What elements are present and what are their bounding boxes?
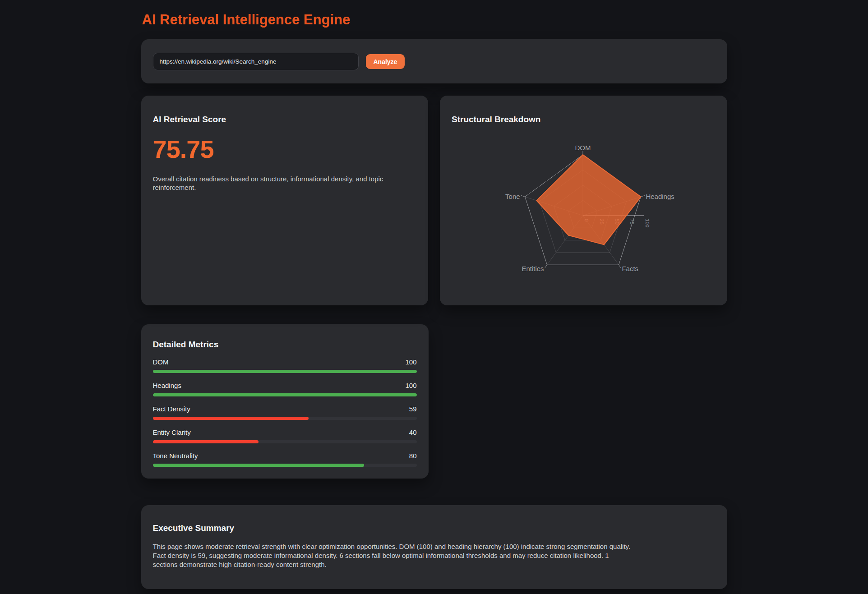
radar-card-title: Structural Breakdown [452,115,716,124]
metric-bar-fill [153,417,309,420]
metric-value: 100 [405,358,416,366]
svg-text:100: 100 [645,219,650,227]
ai-retrieval-score-card: AI Retrieval Score 75.75 Overall citatio… [141,96,429,305]
metric-value: 40 [409,428,417,437]
score-description: Overall citation readiness based on stru… [153,175,414,192]
metric-bar-track [153,464,417,467]
svg-text:75: 75 [629,219,635,225]
metric-bar-fill [153,440,259,443]
score-card-title: AI Retrieval Score [153,115,417,124]
metric-bar-fill [153,393,417,396]
metric-row: Entity Clarity 40 [153,428,417,443]
metric-bar-track [153,370,417,373]
metric-label: Entity Clarity [153,428,191,437]
summary-card-title: Executive Summary [153,523,716,533]
summary-body: This page shows moderate retrieval stren… [153,542,633,569]
structural-breakdown-card: Structural Breakdown 0255075100DOMHeadin… [440,96,727,305]
radar-chart: 0255075100DOMHeadingsFactsEntitiesTone [440,96,726,305]
metric-row: Tone Neutrality 80 [153,451,417,467]
metric-value: 59 [409,405,417,413]
metric-value: 100 [405,381,416,390]
metric-label: Headings [153,381,181,390]
svg-text:DOM: DOM [575,144,591,152]
page-container: AI Retrieval Intelligence Engine Analyze… [141,0,727,594]
retrieval-score-value: 75.75 [153,134,417,164]
metric-bar-track [153,440,417,443]
svg-text:Headings: Headings [646,193,674,200]
svg-text:Tone: Tone [505,193,520,200]
metric-row: Fact Density 59 [153,405,417,420]
analyze-button[interactable]: Analyze [366,54,405,69]
metric-row: Headings 100 [153,381,417,396]
metric-label: Fact Density [153,405,190,413]
metric-label: DOM [153,358,169,366]
metric-row: DOM 100 [153,358,417,373]
detailed-metrics-card: Detailed Metrics DOM 100 Headings 100 Fa… [141,324,429,479]
metric-bar-fill [153,464,364,467]
executive-summary-card: Executive Summary This page shows modera… [141,505,727,589]
page-title: AI Retrieval Intelligence Engine [142,12,727,28]
metric-value: 80 [409,451,417,460]
url-input[interactable] [153,53,359,70]
svg-text:Facts: Facts [622,265,638,272]
svg-text:Entities: Entities [522,265,544,272]
top-cards-row: AI Retrieval Score 75.75 Overall citatio… [141,96,727,305]
metric-bar-track [153,393,417,396]
metrics-card-title: Detailed Metrics [153,340,417,350]
metric-bar-track [153,417,417,420]
analyzer-bar: Analyze [141,39,727,83]
metric-bar-fill [153,370,417,373]
metric-label: Tone Neutrality [153,451,198,460]
